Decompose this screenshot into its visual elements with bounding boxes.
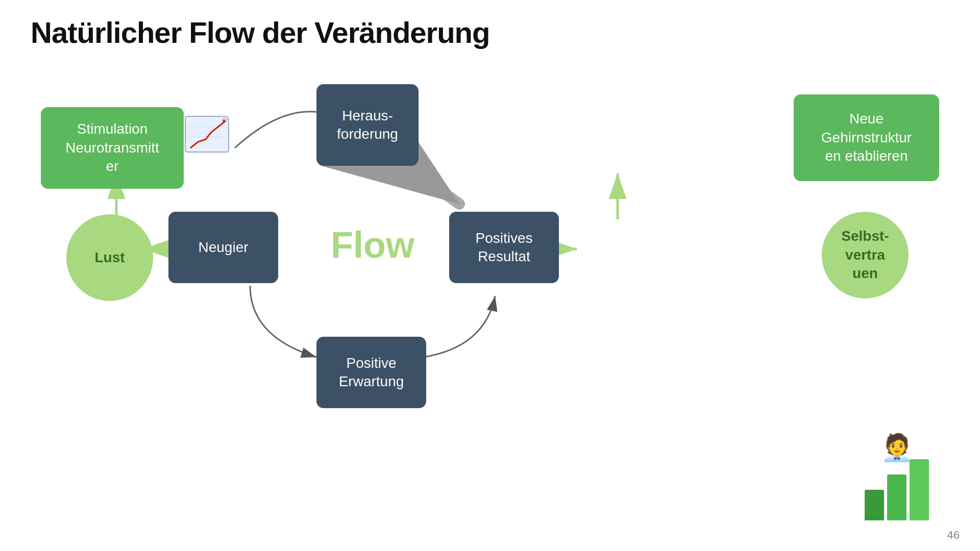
chart-icon [183,111,239,162]
person-icon: 🧑‍💼 [880,432,914,463]
selbstvertrauen-circle: Selbst- vertra uen [822,212,909,298]
lust-circle: Lust [66,214,153,301]
neue-gehirn-box: Neue Gehirnstruktur en etablieren [794,94,939,181]
stimulation-box: Stimulation Neurotransmitt er [41,107,184,189]
bar-chart-icon [865,459,929,520]
positives-resultat-box: Positives Resultat [449,212,559,283]
page-title: Natürlicher Flow der Veränderung [31,15,489,49]
person-figure: 🧑‍💼 [865,432,929,520]
herausforderung-box: Heraus- forderung [316,84,419,166]
svg-line-8 [403,163,459,204]
neugier-box: Neugier [168,212,278,283]
page-number: 46 [947,529,960,542]
positive-erwartung-box: Positive Erwartung [316,337,426,408]
flow-label: Flow [316,219,429,270]
